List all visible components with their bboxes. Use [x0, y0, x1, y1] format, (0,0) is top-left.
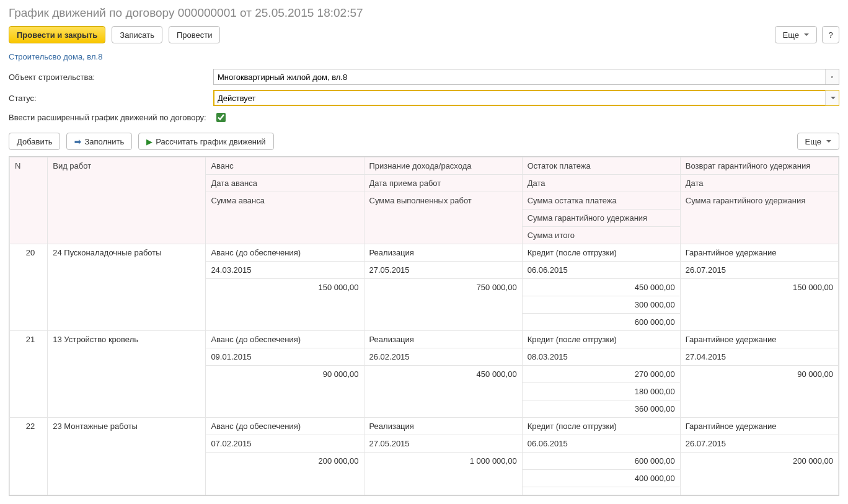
dropdown-icon[interactable]: [825, 91, 839, 105]
cell-adv-type: Аванс (до обеспечения): [206, 418, 364, 435]
post-button[interactable]: Провести: [169, 26, 221, 43]
cell-g-sum: 150 000,00: [680, 279, 838, 331]
col-income: Признание дохода/расхода: [364, 157, 522, 175]
page-title: График движений по договору 000000001 от…: [9, 6, 839, 20]
cell-bal-type: Кредит (после отгрузки): [522, 418, 680, 435]
status-input[interactable]: [213, 90, 839, 106]
calculate-button[interactable]: ▶ Рассчитать график движений: [138, 133, 273, 150]
cell-n: 20: [10, 244, 48, 331]
data-grid[interactable]: N Вид работ Аванс Признание дохода/расхо…: [9, 156, 839, 496]
cell-bal-total: [522, 487, 680, 495]
cell-bal-date: 08.03.2015: [522, 348, 680, 366]
col-bal-total: Сумма итого: [523, 227, 680, 244]
col-income-date: Дата приема работ: [364, 175, 522, 192]
table-row[interactable]: 2223 Монтажные работыАванс (до обеспечен…: [10, 418, 839, 435]
cell-bal-guarantee: 180 000,00: [522, 383, 680, 400]
play-icon: ▶: [146, 137, 152, 146]
cell-inc-type: Реализация: [364, 331, 522, 348]
cell-g-type: Гарантийное удержание: [680, 331, 838, 348]
cell-adv-sum: 90 000,00: [206, 366, 364, 418]
save-button[interactable]: Записать: [112, 26, 162, 43]
main-toolbar: Провести и закрыть Записать Провести Еще…: [9, 26, 839, 43]
arrow-right-icon: ➡: [74, 137, 81, 146]
col-bal-date: Дата: [522, 175, 680, 192]
cell-work: 23 Монтажные работы: [48, 418, 206, 495]
chevron-down-icon: [804, 33, 809, 36]
col-g-date: Дата: [680, 175, 838, 192]
more-label: Еще: [783, 30, 799, 40]
cell-bal-guarantee: 400 000,00: [522, 470, 680, 487]
col-n: N: [10, 157, 48, 244]
cell-g-date: 26.07.2015: [680, 435, 838, 453]
cell-adv-sum: 200 000,00: [206, 453, 364, 495]
cell-bal-total: 600 000,00: [522, 314, 680, 331]
col-g-sum: Сумма гарантийного удержания: [680, 192, 838, 244]
cell-inc-date: 27.05.2015: [364, 435, 522, 453]
cell-adv-type: Аванс (до обеспечения): [206, 331, 364, 348]
cell-inc-sum: 1 000 000,00: [364, 453, 522, 495]
col-bal-guarantee: Сумма гарантийного удержания: [523, 210, 680, 227]
contract-link[interactable]: Строительсво дома, вл.8: [9, 52, 102, 61]
object-input[interactable]: [213, 69, 839, 85]
calc-label: Рассчитать график движений: [156, 137, 265, 146]
col-guarantee: Возврат гарантийного удержания: [680, 157, 838, 175]
extended-label: Ввести расширенный график движений по до…: [9, 113, 206, 122]
cell-bal-sum: 270 000,00: [522, 366, 680, 383]
cell-n: 22: [10, 418, 48, 495]
fill-label: Заполнить: [84, 137, 124, 146]
object-label: Объект строительства:: [9, 73, 213, 82]
cell-g-type: Гарантийное удержание: [680, 418, 838, 435]
cell-g-sum: 90 000,00: [680, 366, 838, 418]
col-bal-sum: Сумма остатка платежа: [522, 192, 680, 210]
secondary-toolbar: Добавить ➡ Заполнить ▶ Рассчитать график…: [9, 133, 839, 150]
cell-g-sum: 200 000,00: [680, 453, 838, 495]
cell-work: 24 Пусконаладочные работы: [48, 244, 206, 331]
cell-adv-type: Аванс (до обеспечения): [206, 244, 364, 262]
status-label: Статус:: [9, 94, 213, 103]
cell-inc-type: Реализация: [364, 418, 522, 435]
col-income-sum: Сумма выполненных работ: [364, 192, 522, 244]
col-work: Вид работ: [48, 157, 206, 244]
chevron-down-icon: [826, 140, 831, 143]
cell-bal-type: Кредит (после отгрузки): [522, 331, 680, 348]
cell-bal-type: Кредит (после отгрузки): [522, 244, 680, 262]
cell-g-type: Гарантийное удержание: [680, 244, 838, 262]
cell-inc-sum: 450 000,00: [364, 366, 522, 418]
open-icon[interactable]: ▫: [825, 69, 839, 84]
table-header: N Вид работ Аванс Признание дохода/расхо…: [10, 157, 839, 244]
more-button-2[interactable]: Еще: [797, 133, 839, 150]
cell-bal-date: 06.06.2015: [522, 435, 680, 453]
cell-adv-date: 09.01.2015: [206, 348, 364, 366]
table-row[interactable]: 2113 Устройство кровельАванс (до обеспеч…: [10, 331, 839, 348]
more-button[interactable]: Еще: [775, 26, 817, 43]
col-advance-date: Дата аванса: [206, 175, 364, 192]
chevron-down-icon: [831, 97, 836, 99]
cell-n: 21: [10, 331, 48, 418]
cell-adv-sum: 150 000,00: [206, 279, 364, 331]
add-button[interactable]: Добавить: [9, 133, 60, 150]
cell-inc-sum: 750 000,00: [364, 279, 522, 331]
cell-bal-sum: 600 000,00: [522, 453, 680, 470]
col-balance: Остаток платежа: [522, 157, 680, 175]
extended-checkbox[interactable]: [216, 113, 226, 122]
help-button[interactable]: ?: [822, 26, 839, 43]
col-advance-sum: Сумма аванса: [206, 192, 364, 244]
table-row[interactable]: 2024 Пусконаладочные работыАванс (до обе…: [10, 244, 839, 262]
cell-g-date: 26.07.2015: [680, 262, 838, 279]
more-label-2: Еще: [805, 137, 821, 146]
cell-inc-date: 26.02.2015: [364, 348, 522, 366]
cell-work: 13 Устройство кровель: [48, 331, 206, 418]
cell-g-date: 27.04.2015: [680, 348, 838, 366]
cell-adv-date: 07.02.2015: [206, 435, 364, 453]
col-advance: Аванс: [206, 157, 364, 175]
cell-inc-type: Реализация: [364, 244, 522, 262]
cell-bal-sum: 450 000,00: [522, 279, 680, 296]
cell-adv-date: 24.03.2015: [206, 262, 364, 279]
cell-bal-guarantee: 300 000,00: [522, 296, 680, 314]
cell-bal-total: 360 000,00: [522, 400, 680, 418]
cell-bal-date: 06.06.2015: [522, 262, 680, 279]
fill-button[interactable]: ➡ Заполнить: [66, 133, 132, 150]
cell-inc-date: 27.05.2015: [364, 262, 522, 279]
post-and-close-button[interactable]: Провести и закрыть: [9, 26, 105, 43]
